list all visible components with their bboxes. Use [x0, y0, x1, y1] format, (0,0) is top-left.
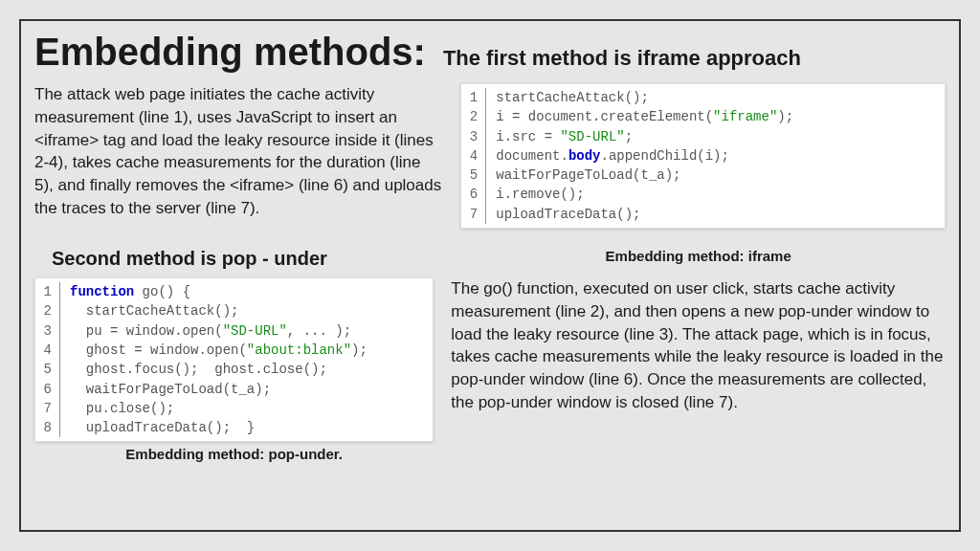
line-number: 4 [35, 341, 60, 360]
line-number: 5 [35, 360, 60, 379]
code-line: 1startCacheAttack(); [461, 88, 945, 107]
code-line: 7 pu.close(); [35, 399, 433, 418]
iframe-code-column: 1startCacheAttack();2i = document.create… [460, 83, 946, 229]
code-line: 3 pu = window.open("SD-URL", ... ); [35, 321, 433, 341]
caption-popunder: Embedding method: pop-under. [34, 446, 434, 462]
line-number: 3 [35, 321, 60, 341]
line-content: function go() { [60, 282, 190, 301]
heading-popunder: Second method is pop - under [52, 248, 434, 270]
line-content: uploadTraceData(); } [60, 418, 255, 437]
line-content: document.body.appendChild(i); [486, 146, 729, 165]
line-content: waitForPageToLoad(t_a); [486, 165, 680, 185]
code-line: 2i = document.createElement("iframe"); [461, 107, 945, 126]
line-number: 7 [461, 205, 486, 224]
line-number: 2 [461, 107, 486, 126]
line-content: ghost.focus(); ghost.close(); [60, 360, 327, 379]
line-number: 7 [35, 399, 60, 418]
code-line: 6i.remove(); [461, 185, 945, 204]
row-middle: Second method is pop - under 1function g… [34, 238, 946, 462]
line-number: 1 [461, 88, 486, 107]
code-line: 6 waitForPageToLoad(t_a); [35, 380, 433, 399]
line-content: startCacheAttack(); [60, 301, 238, 320]
code-line: 4document.body.appendChild(i); [461, 146, 945, 165]
line-content: startCacheAttack(); [486, 88, 649, 107]
slide-frame: Embedding methods: The first method is i… [19, 19, 961, 532]
code-line: 8 uploadTraceData(); } [35, 418, 433, 437]
code-block-iframe: 1startCacheAttack();2i = document.create… [460, 83, 946, 229]
line-number: 5 [461, 165, 486, 185]
caption-iframe: Embedding method: iframe [451, 248, 946, 264]
code-line: 4 ghost = window.open("about:blank"); [35, 341, 433, 360]
code-block-popunder: 1function go() {2 startCacheAttack();3 p… [34, 277, 434, 442]
paragraph-popunder: The go() function, executed on user clic… [451, 277, 946, 414]
title-bar: Embedding methods: The first method is i… [34, 31, 946, 74]
line-number: 4 [461, 146, 486, 165]
row-iframe: The attack web page initiates the cache … [34, 83, 946, 229]
line-content: i.src = "SD-URL"; [486, 127, 633, 146]
code-line: 5waitForPageToLoad(t_a); [461, 165, 945, 185]
line-content: uploadTraceData(); [486, 205, 640, 224]
line-content: pu.close(); [60, 399, 174, 418]
code-line: 2 startCacheAttack(); [35, 301, 433, 320]
paragraph-iframe: The attack web page initiates the cache … [34, 83, 443, 220]
iframe-description: The attack web page initiates the cache … [34, 83, 443, 229]
code-line: 5 ghost.focus(); ghost.close(); [35, 360, 433, 379]
popunder-right: Embedding method: iframe The go() functi… [451, 238, 946, 414]
line-content: i.remove(); [486, 185, 584, 204]
line-content: ghost = window.open("about:blank"); [60, 341, 368, 360]
code-line: 7uploadTraceData(); [461, 205, 945, 224]
line-content: waitForPageToLoad(t_a); [60, 380, 271, 399]
line-number: 1 [35, 282, 60, 301]
slide-subtitle: The first method is iframe approach [443, 46, 801, 71]
line-number: 6 [35, 380, 60, 399]
code-line: 3i.src = "SD-URL"; [461, 127, 945, 146]
line-number: 8 [35, 418, 60, 437]
code-line: 1function go() { [35, 282, 433, 301]
line-number: 2 [35, 301, 60, 320]
line-content: pu = window.open("SD-URL", ... ); [60, 321, 351, 341]
popunder-left: Second method is pop - under 1function g… [34, 238, 434, 462]
line-content: i = document.createElement("iframe"); [486, 107, 793, 126]
line-number: 6 [461, 185, 486, 204]
slide-title: Embedding methods: [34, 31, 426, 74]
line-number: 3 [461, 127, 486, 146]
